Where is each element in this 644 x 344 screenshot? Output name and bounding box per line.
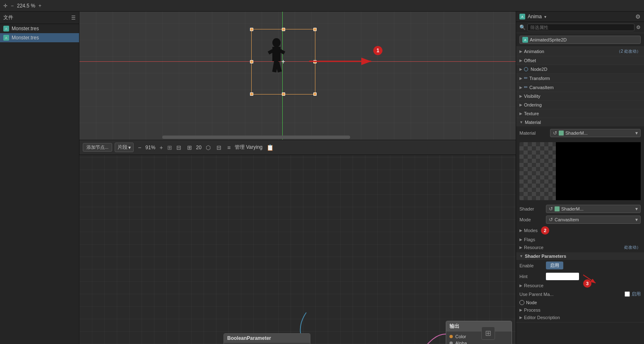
handle-bl[interactable] — [250, 92, 253, 96]
animation-header[interactable]: ▶ Animation （2 处改动） — [516, 47, 644, 56]
transform-chevron: ▶ — [519, 76, 522, 80]
anima-chevron[interactable]: ▾ — [544, 15, 546, 19]
svg-point-0 — [272, 38, 281, 47]
use-parent-row: Use Parent Ma... 启用 — [516, 289, 644, 299]
process-label: Process — [524, 308, 541, 313]
annotation-badge-1: 1 — [373, 46, 382, 55]
node-badge-icon: A — [522, 37, 528, 43]
settings-icon[interactable]: ⚙ — [635, 13, 641, 20]
manage-varying-btn[interactable]: 管理 Varying — [235, 144, 262, 151]
node-name-section: A AnimatedSprite2D — [516, 33, 644, 47]
viewport-scrollbar[interactable] — [162, 136, 350, 139]
filter-icon[interactable]: ⚙ — [636, 24, 641, 30]
shader-reload-icon[interactable]: ↺ — [549, 206, 553, 212]
shader-graph-grid — [79, 155, 516, 344]
search-bar: 🔍 ⚙ — [516, 22, 644, 33]
modes-row[interactable]: ▶ Modes 2 — [516, 225, 644, 236]
hint-color-swatch: 3 — [546, 273, 579, 280]
material-body: Material ↺ ShaderM... ▾ Shader — [516, 126, 644, 322]
transform-header[interactable]: ▶ ✏ Transform — [516, 74, 644, 82]
offset-label: Offset — [524, 58, 536, 63]
texture-header[interactable]: ▶ Texture — [516, 109, 644, 118]
canvasitem-chevron: ▶ — [519, 85, 522, 90]
handle-bc[interactable] — [282, 92, 285, 96]
handle-tr[interactable] — [313, 28, 317, 31]
shader-enable-label: Enable — [519, 263, 544, 268]
resource-badge: 处改动） — [624, 245, 641, 250]
file-panel-icon: ☰ — [71, 15, 76, 21]
transform-label: Transform — [529, 76, 550, 81]
svg-rect-1 — [272, 47, 281, 61]
add-node-button[interactable]: 添加节点... — [83, 143, 112, 152]
node2d-section: ▶ Node2D — [516, 65, 644, 74]
use-parent-label: Use Parent Ma... — [519, 292, 554, 297]
editor-desc-row[interactable]: ▶ Editor Description — [516, 314, 644, 321]
toolbar-icon-2[interactable]: ⊞ — [185, 143, 194, 152]
output-color: Color — [449, 333, 508, 340]
material-header[interactable]: ▼ Material — [516, 118, 644, 126]
search-icon: 🔍 — [519, 24, 526, 30]
resource2-row[interactable]: ▶ Resource — [516, 282, 644, 289]
zoom-level: 224.5 % — [17, 3, 35, 9]
zoom-plus-btn[interactable]: + — [38, 3, 41, 9]
process-row[interactable]: ▶ Process — [516, 306, 644, 314]
search-input[interactable] — [527, 24, 634, 31]
material-preview — [519, 142, 641, 200]
segment-dropdown[interactable]: 片段 ▾ — [115, 143, 134, 152]
shader-graph[interactable]: BooleanParameter Enable Qualifier: None — [79, 155, 516, 344]
right-panel-top: A Anima ▾ ⚙ — [516, 12, 644, 22]
toolbar-icon-1[interactable]: ⊟ — [175, 143, 183, 152]
handle-ml[interactable] — [250, 60, 253, 63]
visibility-section: ▶ Visibility — [516, 92, 644, 101]
mode-reload-icon[interactable]: ↺ — [549, 217, 553, 223]
navigator[interactable]: ⊞ — [481, 327, 495, 340]
shader-file-icon — [555, 206, 560, 211]
toolbar-icon-5[interactable]: ≡ — [226, 143, 232, 152]
material-label: Material — [525, 120, 541, 125]
file-item-1[interactable]: A Monster.tres — [0, 24, 79, 33]
node-row-right: Node — [516, 299, 644, 306]
shader-params-header[interactable]: ▼ Shader Parameters — [516, 252, 644, 260]
node2d-header[interactable]: ▶ Node2D — [516, 65, 644, 73]
canvasitem-label: CanvasItem — [529, 85, 554, 90]
file-item-2[interactable]: A Monster.tres — [0, 33, 79, 42]
pencil-icon3: ✏ — [524, 85, 528, 90]
flags-row[interactable]: ▶ Flags — [516, 236, 644, 243]
resource-label: Resource — [524, 245, 543, 250]
handle-tl[interactable] — [250, 28, 253, 31]
sprite-figure — [264, 38, 289, 79]
boolean-param-node[interactable]: BooleanParameter Enable Qualifier: None — [223, 333, 310, 344]
mat-dropdown-arrow[interactable]: ▾ — [635, 130, 638, 136]
ordering-chevron: ▶ — [519, 103, 522, 107]
animation-chevron: ▶ — [519, 49, 522, 53]
toolbar-icon-6[interactable]: 📋 — [265, 143, 275, 152]
reload-icon[interactable]: ↺ — [553, 130, 557, 136]
port-alpha — [449, 342, 453, 344]
use-parent-checkbox[interactable] — [625, 291, 630, 297]
mode-dropdown-arrow[interactable]: ▾ — [635, 217, 638, 223]
shader-hint-label: Hint — [519, 274, 544, 279]
viewport[interactable]: + — [79, 12, 516, 140]
process-chevron: ▶ — [519, 308, 522, 312]
shader-dropdown-arrow[interactable]: ▾ — [635, 206, 638, 212]
ordering-header[interactable]: ▶ Ordering — [516, 101, 644, 109]
zoom-minus-btn[interactable]: − — [11, 3, 14, 9]
output-node[interactable]: 输出 Color Alpha Normal — [446, 321, 512, 344]
canvasitem-section: ▶ ✏ CanvasItem — [516, 83, 644, 92]
node-name: AnimatedSprite2D — [530, 37, 567, 42]
handle-br[interactable] — [313, 92, 317, 96]
annotation-badge-3: 3 — [583, 279, 591, 288]
handle-tc[interactable] — [282, 28, 285, 31]
visibility-header[interactable]: ▶ Visibility — [516, 92, 644, 100]
zoom-plus-shader[interactable]: + — [158, 143, 164, 152]
resource-row[interactable]: ▶ Resource 处改动） — [516, 243, 644, 252]
canvasitem-header[interactable]: ▶ ✏ CanvasItem — [516, 83, 644, 92]
toolbar-icon-3[interactable]: ⬡ — [204, 143, 212, 152]
zoom-minus-shader[interactable]: − — [136, 143, 143, 152]
sprite-box: + — [251, 29, 315, 94]
mode-value-row: ↺ CanvasItem ▾ — [546, 216, 641, 224]
file-icon-1: A — [3, 26, 9, 31]
offset-header[interactable]: ▶ Offset — [516, 56, 644, 65]
material-chevron: ▼ — [519, 120, 523, 124]
toolbar-icon-4[interactable]: ⊟ — [215, 143, 223, 152]
